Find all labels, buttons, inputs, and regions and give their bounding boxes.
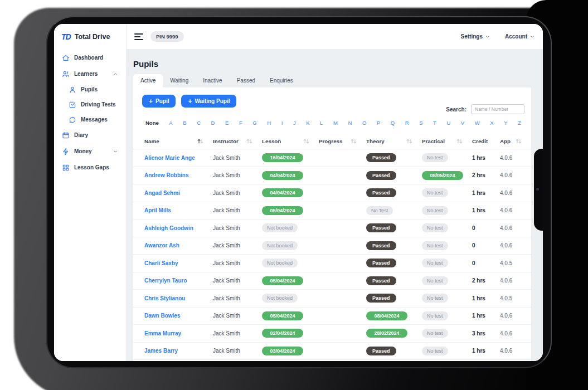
table-row: Alienor Marie AngeJack Smith16/04/202455… — [133, 149, 531, 167]
pupil-name-link[interactable]: April Mills — [144, 207, 213, 213]
alpha-filter-i[interactable]: I — [280, 119, 284, 126]
add-waiting-pupil-button[interactable]: +Waiting Pupil — [181, 95, 236, 108]
alpha-filter-t[interactable]: T — [432, 119, 438, 126]
sort-icon[interactable] — [406, 138, 413, 144]
alpha-filter-j[interactable]: J — [292, 119, 297, 126]
pupil-name-link[interactable]: Andrew Robbins — [144, 172, 213, 178]
search-input[interactable] — [471, 104, 524, 114]
app-version-cell: 4.0.5 — [500, 295, 524, 301]
button-label: Pupil — [155, 98, 169, 104]
sort-icon[interactable] — [515, 138, 522, 144]
alpha-filter-x[interactable]: X — [489, 119, 494, 126]
pupil-name-link[interactable]: Alienor Marie Ange — [144, 155, 213, 161]
theory-cell: Passed — [366, 241, 422, 250]
alpha-filter-q[interactable]: Q — [390, 119, 396, 126]
alpha-filter-h[interactable]: H — [266, 119, 272, 126]
alpha-filter-r[interactable]: R — [404, 119, 410, 126]
grid-icon — [62, 164, 70, 172]
pupil-name-link[interactable]: James Barry — [144, 348, 213, 354]
tab-waiting[interactable]: Waiting — [163, 74, 196, 87]
credit-cell: 2 hrs — [472, 277, 500, 284]
alpha-filter-l[interactable]: L — [319, 119, 324, 126]
pupil-name-link[interactable]: Awanzor Ash — [144, 242, 213, 248]
alpha-filter-n[interactable]: N — [347, 119, 353, 126]
column-header-practical[interactable]: Practical — [422, 138, 472, 144]
alpha-filter-w[interactable]: W — [474, 119, 481, 126]
alpha-filter-f[interactable]: F — [238, 119, 244, 126]
column-header-theory[interactable]: Theory — [366, 138, 422, 144]
status-pill: Not booked — [262, 223, 298, 232]
alpha-filter-c[interactable]: C — [196, 119, 202, 126]
table-body: Alienor Marie AngeJack Smith16/04/202455… — [133, 149, 531, 360]
column-header-instructor[interactable]: Instructor — [213, 138, 262, 144]
sidebar-item-messages[interactable]: Messages — [54, 112, 126, 127]
column-header-app[interactable]: App — [500, 138, 524, 144]
progress-label: 21% — [315, 194, 323, 199]
sort-icon[interactable] — [197, 138, 204, 144]
column-header-credit[interactable]: Credit — [472, 138, 500, 144]
status-pill: No test — [422, 329, 448, 338]
settings-menu[interactable]: Settings — [461, 33, 490, 40]
plus-icon: + — [149, 99, 153, 104]
sidebar-item-label: Messages — [81, 116, 108, 123]
column-header-progress[interactable]: Progress — [319, 138, 366, 144]
tab-passed[interactable]: Passed — [230, 74, 263, 87]
pupil-name-link[interactable]: Cherrylyn Tauro — [144, 277, 213, 284]
app-version-cell: 4.0.6 — [500, 155, 524, 161]
pupil-name-link[interactable]: Ashleigh Goodwin — [144, 225, 213, 231]
alpha-filter-none[interactable]: None — [144, 119, 160, 126]
alpha-filter-m[interactable]: M — [332, 119, 339, 126]
alpha-filter-k[interactable]: K — [305, 119, 310, 126]
tab-enquiries[interactable]: Enquiries — [263, 74, 300, 87]
sidebar-item-driving-tests[interactable]: Driving Tests — [54, 97, 126, 112]
alpha-filter-p[interactable]: P — [376, 119, 381, 126]
alpha-filter-u[interactable]: U — [445, 119, 451, 126]
sort-icon[interactable] — [350, 138, 357, 144]
alpha-filter-v[interactable]: V — [460, 119, 465, 126]
pupil-name-link[interactable]: Emma Murray — [144, 330, 213, 337]
page-title: Pupils — [133, 59, 543, 69]
lesson-cell: 05/04/2024 — [262, 276, 319, 285]
pupil-name-link[interactable]: Angad Sehmi — [144, 190, 213, 196]
sort-icon[interactable] — [246, 138, 253, 144]
app-version-cell: 4.0.6 — [500, 207, 524, 213]
column-header-lesson[interactable]: Lesson — [262, 138, 319, 144]
alpha-filter-g[interactable]: G — [251, 119, 257, 126]
practical-cell: No test — [422, 347, 472, 355]
alpha-filter-e[interactable]: E — [224, 119, 230, 126]
sort-icon[interactable] — [456, 138, 463, 144]
account-menu[interactable]: Account — [505, 33, 535, 40]
table-row: Emma MurrayJack Smith02/04/202466%28/02/… — [133, 325, 531, 343]
alpha-filter-s[interactable]: S — [418, 119, 424, 126]
lesson-cell: 04/04/2024 — [262, 188, 319, 197]
sidebar-item-money[interactable]: Money — [54, 143, 126, 159]
alpha-filter-d[interactable]: D — [210, 119, 216, 126]
alpha-filter-b[interactable]: B — [182, 119, 187, 126]
status-pill: 08/04/2024 — [366, 311, 407, 320]
sidebar-item-pupils[interactable]: Pupils — [54, 82, 126, 97]
sort-icon[interactable] — [303, 138, 310, 144]
status-pill: No test — [422, 276, 448, 285]
sidebar-item-diary[interactable]: Diary — [54, 127, 126, 143]
credit-cell: 0 — [472, 242, 500, 248]
tab-inactive[interactable]: Inactive — [196, 74, 229, 87]
pupil-name-link[interactable]: Chris Stylianou — [144, 295, 213, 301]
pupil-name-link[interactable]: Dawn Bowles — [144, 313, 213, 319]
practical-cell: No test — [422, 311, 472, 320]
table-row: Ashleigh GoodwinJack SmithNot booked55%P… — [133, 220, 531, 237]
alpha-filter-y[interactable]: Y — [503, 119, 508, 126]
pupil-name-link[interactable]: Charli Saxby — [144, 260, 213, 266]
sidebar-item-dashboard[interactable]: Dashboard — [54, 50, 126, 66]
lesson-cell: Not booked — [262, 223, 319, 232]
sidebar-item-lesson-gaps[interactable]: Lesson Gaps — [54, 159, 126, 176]
instructor-cell: Jack Smith — [213, 155, 262, 161]
add-pupil-button[interactable]: +Pupil — [142, 95, 176, 108]
hamburger-menu-icon[interactable] — [134, 33, 143, 40]
column-header-name[interactable]: Name — [144, 138, 213, 144]
alpha-filter-z[interactable]: Z — [517, 119, 522, 126]
alpha-filter-a[interactable]: A — [168, 119, 173, 126]
alpha-filter-o[interactable]: O — [361, 119, 367, 126]
app-logo[interactable]: TD Total Drive — [54, 24, 126, 49]
sidebar-item-learners[interactable]: Learners — [54, 66, 126, 82]
tab-active[interactable]: Active — [133, 74, 163, 87]
